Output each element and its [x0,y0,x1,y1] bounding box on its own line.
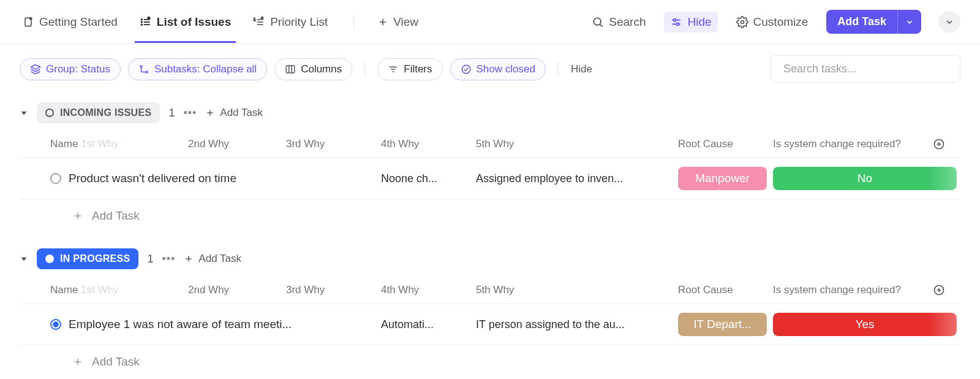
add-task-button[interactable]: Add Task [826,10,897,34]
columns-icon [285,64,296,75]
collapse-toggle[interactable] [20,109,28,117]
group-more-button[interactable]: ••• [183,107,197,120]
add-task-label: Add Task [92,209,140,223]
column-3rd-why[interactable]: 3rd Why [286,138,381,150]
column-name-label: Name [50,284,78,296]
search-button[interactable]: Search [586,12,652,33]
search-tasks-field[interactable] [771,55,960,83]
cell-system-change[interactable]: Yes [773,313,957,336]
column-2nd-why[interactable]: 2nd Why [188,138,286,150]
add-view-button[interactable]: View [377,15,418,29]
search-tasks-input[interactable] [782,62,949,76]
status-pill-incoming[interactable]: Incoming Issues [37,102,160,123]
plus-icon [377,17,388,28]
column-name[interactable]: Name 1st Why [50,284,188,296]
group-header: In Progress 1 ••• Add Task [20,248,960,269]
column-name-label: Name [50,138,78,150]
show-closed-label: Show closed [477,63,535,75]
svg-point-19 [674,18,676,21]
cell-root-cause[interactable]: Manpower [678,167,767,190]
group-label: Group: Status [46,63,110,75]
table-header: Name 1st Why 2nd Why 3rd Why 4th Why 5th… [20,131,960,158]
column-system-change[interactable]: Is system change required? [773,284,929,296]
column-root-cause[interactable]: Root Cause [678,138,773,150]
group-add-task-button[interactable]: Add Task [184,253,241,265]
tab-label: Getting Started [39,15,118,29]
root-cause-chip: Manpower [678,167,767,190]
cell-system-change[interactable]: No [773,167,957,190]
column-5th-why[interactable]: 5th Why [476,284,678,296]
cell-root-cause[interactable]: IT Depart... [678,313,767,336]
tab-priority-list[interactable]: 1 Priority List [251,2,330,42]
table-header: Name 1st Why 2nd Why 3rd Why 4th Why 5th… [20,277,960,304]
add-column-button[interactable] [933,284,945,296]
add-task-row[interactable]: Add Task [20,345,960,378]
subtasks-pill[interactable]: Subtasks: Collapse all [128,58,267,80]
status-pill-in-progress[interactable]: In Progress [37,248,138,269]
customize-label: Customize [753,15,809,29]
add-task-dropdown[interactable] [897,10,921,34]
hide-link[interactable]: Hide [571,63,592,75]
svg-point-25 [146,71,148,73]
column-first-why-label-ghost: 1st Why [81,284,118,296]
svg-text:1: 1 [254,17,256,21]
status-label: In Progress [60,253,130,264]
tab-getting-started[interactable]: Getting Started [20,2,120,42]
task-name[interactable]: Product wasn't delivered on time [69,172,236,185]
column-system-change[interactable]: Is system change required? [773,138,929,150]
task-status-icon[interactable] [50,173,61,184]
column-3rd-why[interactable]: 3rd Why [286,284,381,296]
tab-list: Getting Started List of Issues 1 Priorit… [20,2,586,42]
group-more-button[interactable]: ••• [162,253,175,266]
collapse-toggle[interactable] [20,255,28,263]
tab-list-of-issues[interactable]: List of Issues [137,2,233,42]
customize-button[interactable]: Customize [730,12,815,33]
column-root-cause[interactable]: Root Cause [678,284,773,296]
expand-button[interactable] [938,11,960,33]
group-count: 1 [147,253,153,266]
add-task-button-group: Add Task [826,10,921,34]
cell-5th-why[interactable]: Assigned employee to inven... [476,172,678,185]
divider [364,62,365,77]
add-task-row[interactable]: Add Task [20,199,960,232]
svg-point-7 [141,24,142,25]
svg-point-6 [141,21,142,23]
cell-5th-why[interactable]: IT person assigned to the au... [476,318,678,331]
table-row[interactable]: Product wasn't delivered on time Noone c… [20,158,960,199]
task-name[interactable]: Employee 1 was not aware of team meeti..… [69,318,292,331]
task-name-cell: Employee 1 was not aware of team meeti..… [50,318,381,331]
show-closed-pill[interactable]: Show closed [450,58,546,80]
svg-point-32 [462,65,470,74]
group-add-task-button[interactable]: Add Task [205,107,263,119]
task-status-icon[interactable] [50,319,61,330]
column-5th-why[interactable]: 5th Why [476,138,678,150]
filters-pill[interactable]: Filters [377,58,442,80]
chevron-down-icon [905,18,914,26]
cell-4th-why[interactable]: Automati... [381,318,476,331]
search-label: Search [609,15,646,29]
add-column-button[interactable] [933,138,945,150]
columns-pill[interactable]: Columns [274,58,352,80]
column-2nd-why[interactable]: 2nd Why [188,284,286,296]
cell-4th-why[interactable]: Noone ch... [381,172,476,185]
sliders-icon [670,16,682,28]
svg-marker-41 [21,258,26,261]
svg-point-16 [594,18,601,25]
plus-icon [72,356,83,367]
top-toolbar: Getting Started List of Issues 1 Priorit… [0,0,980,44]
search-icon [592,16,604,28]
svg-point-5 [141,19,142,20]
gear-icon [736,16,748,28]
system-change-chip: Yes [773,313,957,336]
column-4th-why[interactable]: 4th Why [381,284,476,296]
hide-label: Hide [687,15,711,29]
chevron-down-icon [944,17,954,27]
table-row[interactable]: Employee 1 was not aware of team meeti..… [20,304,960,345]
group-pill[interactable]: Group: Status [20,58,121,80]
column-4th-why[interactable]: 4th Why [381,138,476,150]
svg-point-1 [30,17,32,19]
hide-button[interactable]: Hide [664,12,717,33]
add-task-label: Add Task [198,253,241,265]
column-name[interactable]: Name 1st Why [50,138,188,150]
doc-pin-icon [22,16,34,28]
